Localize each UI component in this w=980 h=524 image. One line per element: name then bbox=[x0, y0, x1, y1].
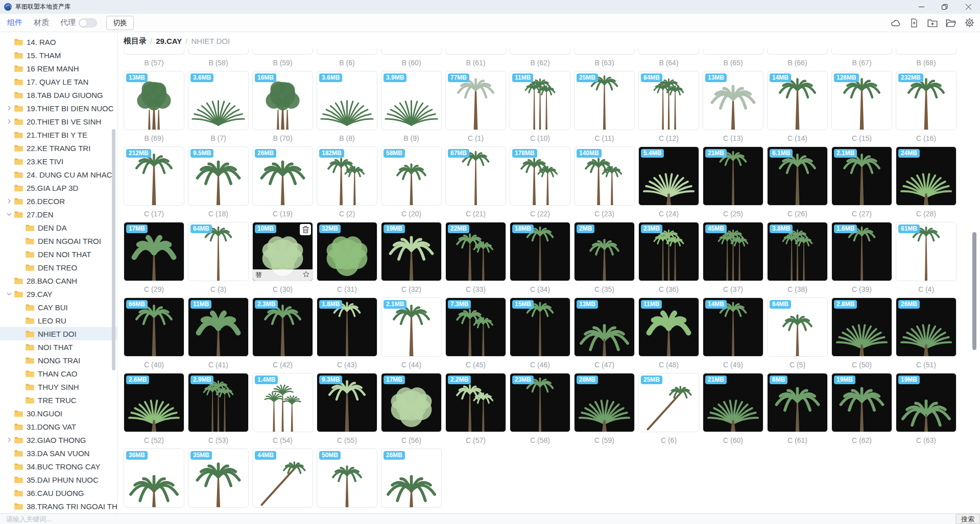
asset-card[interactable]: 2.9MB bbox=[188, 373, 249, 432]
asset-card[interactable]: 17MB bbox=[381, 373, 442, 432]
asset-card[interactable]: 178MB bbox=[510, 146, 570, 206]
sidebar-item-18-tab-dau-giuong[interactable]: 18.TAB DAU GIUONG bbox=[0, 88, 117, 102]
asset-card[interactable]: 2.1MB bbox=[831, 146, 892, 206]
asset-card[interactable]: 26MB bbox=[381, 448, 442, 508]
asset-card[interactable]: 77MB bbox=[445, 71, 506, 130]
sidebar-item-35-dai-phun-nuoc[interactable]: 35.DAI PHUN NUOC bbox=[0, 473, 117, 486]
asset-card[interactable]: 3.9MB bbox=[381, 71, 442, 130]
asset-card[interactable]: 36MB bbox=[124, 448, 184, 508]
sidebar-item-29-cay[interactable]: 29.CAY bbox=[0, 287, 117, 301]
asset-card[interactable]: 23MB bbox=[510, 373, 570, 432]
sidebar-item-noi-that[interactable]: NOI THAT bbox=[0, 340, 117, 354]
asset-card[interactable]: 1.4MB bbox=[252, 373, 313, 432]
settings-gear-icon[interactable] bbox=[964, 17, 975, 29]
asset-card[interactable]: 13MB bbox=[574, 297, 635, 357]
asset-card[interactable]: 35MB bbox=[188, 448, 249, 508]
asset-card[interactable]: 9.5MB bbox=[188, 146, 249, 206]
sidebar-item-nhiet-doi[interactable]: NHIET DOI bbox=[0, 327, 117, 340]
asset-card[interactable]: 11MB bbox=[638, 297, 699, 357]
asset-card[interactable]: 13MB bbox=[124, 71, 184, 130]
asset-card[interactable]: 26MB bbox=[252, 146, 313, 206]
sidebar-item-den-noi-that[interactable]: DEN NOI THAT bbox=[0, 247, 117, 261]
cloud-icon[interactable] bbox=[890, 17, 901, 29]
asset-card[interactable]: 61MB bbox=[896, 222, 957, 281]
sidebar-item-32-giao-thong[interactable]: 32.GIAO THONG bbox=[0, 433, 117, 446]
asset-card[interactable]: 2.8MB bbox=[831, 297, 892, 357]
sidebar-item-17-quay-le-tan[interactable]: 17. QUAY LE TAN bbox=[0, 75, 117, 88]
new-folder-icon[interactable] bbox=[927, 17, 938, 29]
sidebar-item-leo-ru[interactable]: LEO RU bbox=[0, 314, 117, 327]
asset-card-clipped[interactable] bbox=[252, 48, 313, 55]
sidebar-item-22-ke-trang-tri[interactable]: 22.KE TRANG TRI bbox=[0, 141, 117, 155]
asset-card[interactable]: 10MB 替 bbox=[252, 222, 313, 281]
minimize-button[interactable] bbox=[910, 0, 933, 14]
sidebar-item-cay-bui[interactable]: CAY BUI bbox=[0, 301, 117, 314]
asset-card-clipped[interactable] bbox=[574, 48, 635, 55]
sidebar-item-thuy-sinh[interactable]: THUY SINH bbox=[0, 380, 117, 393]
sidebar-item-19-thiet-bi-dien-nuoc[interactable]: 19.THIET BI DIEN NUOC bbox=[0, 102, 117, 115]
asset-card[interactable]: 6.1MB bbox=[767, 146, 828, 206]
asset-card[interactable]: 140MB bbox=[574, 146, 635, 206]
asset-card[interactable]: 3.6MB bbox=[188, 71, 249, 130]
sidebar-item-31-dong-vat[interactable]: 31.DONG VAT bbox=[0, 420, 117, 433]
asset-card[interactable]: 19MB bbox=[381, 222, 442, 281]
asset-card-clipped[interactable] bbox=[896, 48, 957, 55]
chevron-down-icon[interactable] bbox=[5, 292, 13, 296]
chevron-right-icon[interactable] bbox=[5, 119, 13, 124]
asset-card[interactable]: 2.1MB bbox=[381, 297, 442, 357]
sidebar-scrollbar[interactable] bbox=[112, 129, 115, 370]
restore-button[interactable] bbox=[933, 0, 957, 14]
asset-card[interactable]: 6MB bbox=[767, 373, 828, 432]
new-file-icon[interactable] bbox=[909, 17, 920, 29]
sidebar-item-27-den[interactable]: 27.DEN bbox=[0, 208, 117, 221]
sidebar-item-den-treo[interactable]: DEN TREO bbox=[0, 261, 117, 274]
sidebar-item-38-trang-tri-ngoai-that[interactable]: 38.TRANG TRI NGOAI THAT bbox=[0, 500, 117, 513]
asset-card[interactable]: 64MB bbox=[188, 222, 249, 281]
chevron-right-icon[interactable] bbox=[5, 106, 13, 111]
switch-button[interactable]: 切换 bbox=[106, 16, 134, 30]
asset-card[interactable]: 28MB bbox=[574, 373, 635, 432]
asset-card[interactable]: 18MB bbox=[510, 222, 570, 281]
close-button[interactable] bbox=[957, 0, 980, 14]
asset-card[interactable]: 50MB bbox=[317, 448, 377, 508]
asset-card-clipped[interactable] bbox=[317, 48, 377, 55]
asset-card[interactable]: 19MB bbox=[831, 373, 892, 432]
sidebar-item-25-gia-lap-3d[interactable]: 25.GIA LAP 3D bbox=[0, 181, 117, 194]
asset-card[interactable]: 3.6MB bbox=[317, 71, 377, 130]
asset-card[interactable]: 58MB bbox=[381, 146, 442, 206]
asset-card[interactable]: 66MB bbox=[124, 297, 184, 357]
asset-card[interactable]: 13MB bbox=[703, 71, 763, 130]
asset-card-clipped[interactable] bbox=[831, 48, 892, 55]
asset-card-clipped[interactable] bbox=[703, 48, 763, 55]
asset-card[interactable]: 2MB bbox=[574, 222, 635, 281]
open-folder-icon[interactable] bbox=[945, 17, 957, 29]
sidebar-item-20-thiet-bi-ve-sinh[interactable]: 20.THIET BI VE SINH bbox=[0, 115, 117, 128]
asset-card[interactable]: 5.4MB bbox=[638, 146, 699, 206]
asset-card[interactable]: 84MB bbox=[638, 71, 699, 130]
sidebar-item-26-decor[interactable]: 26.DECOR bbox=[0, 194, 117, 208]
asset-card[interactable]: 25MB bbox=[638, 373, 699, 432]
sidebar-item-23-ke-tivi[interactable]: 23.KE TIVI bbox=[0, 155, 117, 168]
asset-card-clipped[interactable] bbox=[124, 48, 184, 55]
asset-card[interactable]: 14MB bbox=[767, 71, 828, 130]
asset-card-clipped[interactable] bbox=[510, 48, 570, 55]
asset-card[interactable]: 3.8MB bbox=[767, 222, 828, 281]
asset-card[interactable]: 9.3MB bbox=[317, 373, 377, 432]
asset-card[interactable]: 45MB bbox=[703, 222, 763, 281]
asset-card[interactable]: 11MB bbox=[510, 71, 570, 130]
asset-card-clipped[interactable] bbox=[188, 48, 249, 55]
sidebar-item-21-thiet-bi-y-te[interactable]: 21.THIET BI Y TE bbox=[0, 128, 117, 141]
chevron-down-icon[interactable] bbox=[5, 212, 13, 216]
chevron-right-icon[interactable] bbox=[5, 437, 13, 442]
asset-card[interactable]: 44MB bbox=[252, 448, 313, 508]
asset-card[interactable]: 2.3MB bbox=[252, 297, 313, 357]
asset-card[interactable]: 2.6MB bbox=[124, 373, 184, 432]
asset-card[interactable]: 21MB bbox=[703, 146, 763, 206]
asset-card[interactable]: 2.2MB bbox=[445, 373, 506, 432]
breadcrumb-parent[interactable]: 29.CAY bbox=[156, 37, 182, 45]
asset-card[interactable]: 1.6MB bbox=[831, 222, 892, 281]
asset-card-clipped[interactable] bbox=[381, 48, 442, 55]
replace-button[interactable]: 替 bbox=[255, 270, 262, 280]
sidebar-item-34-buc-trong-cay[interactable]: 34.BUC TRONG CAY bbox=[0, 460, 117, 473]
sidebar-item-28-bao-canh[interactable]: 28.BAO CANH bbox=[0, 274, 117, 287]
